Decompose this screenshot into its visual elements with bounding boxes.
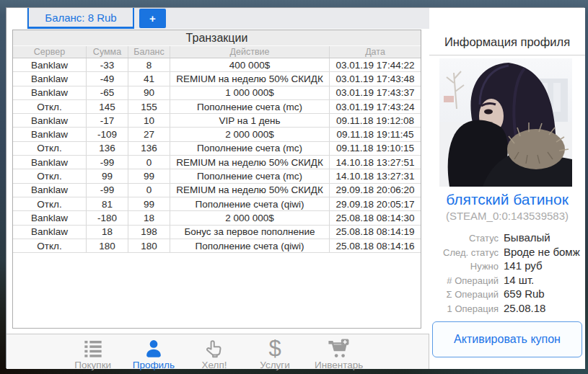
cell-date: 25.08.18 08:14:16: [330, 239, 421, 252]
stat-value: 141 руб: [504, 259, 543, 272]
stat-value: 659 Rub: [504, 288, 545, 300]
stat-operations-count: # Операций 14 шт.: [429, 274, 585, 288]
cell-action: VIP на 1 день: [170, 114, 330, 127]
cell-date: 03.01.19 17:43:48: [330, 72, 421, 85]
cell-sum: 18: [87, 226, 128, 239]
stat-next-status: След. статус Вроде не бомж: [429, 246, 585, 260]
stat-operations-sum: Σ Операций 659 Rub: [429, 288, 585, 302]
add-tab-button[interactable]: +: [139, 9, 166, 28]
stat-status: Статус Бывалый: [429, 231, 585, 246]
cell-balance: 136: [128, 142, 170, 155]
plus-icon: +: [149, 12, 156, 25]
cell-date: 09.11.18 19:12:08: [330, 114, 421, 127]
cell-sum: -180: [87, 211, 128, 224]
transactions-table: Транзакции Сервер Сумма Баланс Действие …: [12, 30, 421, 329]
table-row: Откл. 180 180 Пополнение счета (qiwi) 25…: [13, 239, 421, 253]
stat-label: 1 Операция: [429, 303, 504, 314]
stat-value: 14 шт.: [504, 274, 534, 286]
tab-balance[interactable]: Баланс: 8 Rub: [27, 8, 134, 29]
cell-action: REMIUM на неделю 50% СКИДК: [170, 72, 330, 85]
cell-balance: 41: [128, 72, 170, 85]
nav-item-services[interactable]: $ Услуги: [254, 338, 296, 370]
user-icon: [143, 338, 164, 360]
cell-balance: 198: [128, 226, 170, 239]
profile-name: блятский батинок: [429, 191, 585, 208]
cell-server: Banklaw: [13, 156, 87, 169]
cell-action: Пополнение счета (qiwi): [170, 239, 330, 252]
cell-action: 400 000$: [170, 58, 330, 71]
table-row: Banklaw -49 41 REMIUM на неделю 50% СКИД…: [13, 72, 421, 86]
cell-server: Откл.: [13, 197, 87, 210]
column-header-action: Действие: [170, 46, 330, 58]
cell-action: 1 000 000$: [170, 86, 330, 99]
column-header-balance: Баланс: [128, 46, 170, 58]
cell-server: Banklaw: [13, 184, 87, 197]
table-row: Banklaw 18 198 Бонус за первое пополнени…: [13, 226, 421, 239]
cell-server: Banklaw: [13, 86, 87, 99]
avatar: [439, 58, 572, 187]
list-icon: [82, 338, 104, 360]
stat-value: Бывалый: [504, 231, 550, 244]
nav-item-inventory[interactable]: Инвентарь: [315, 338, 363, 370]
column-header-server: Сервер: [13, 46, 87, 58]
cart-plus-icon: [328, 338, 351, 360]
cell-action: REMIUM на неделю 50% СКИДК: [170, 184, 330, 197]
tab-balance-label: Баланс: 8 Rub: [45, 12, 116, 24]
table-row: Откл. 99 99 Пополнение счета (mc) 14.10.…: [13, 169, 421, 183]
cell-balance: 99: [128, 197, 170, 210]
cell-sum: 136: [87, 142, 128, 155]
cell-sum: -109: [87, 128, 128, 141]
cell-server: Banklaw: [13, 211, 87, 224]
nav-label: Услуги: [260, 360, 290, 370]
nav-item-help[interactable]: Хелп!: [193, 338, 235, 370]
cell-date: 09.11.18 19:10:15: [330, 142, 421, 155]
profile-panel: Информация профиля: [429, 8, 585, 369]
stat-value: Вроде не бомж: [504, 246, 580, 258]
cell-date: 25.08.18 08:14:19: [330, 226, 421, 239]
cell-date: 29.09.18 20:05:17: [330, 197, 421, 210]
bottom-nav: Покупки Профиль Хелп!: [6, 334, 429, 369]
cell-action: REMIUM на неделю 50% СКИДК: [170, 156, 330, 169]
desktop-background: Баланс: 8 Rub + ✕ Транзакции Сервер Сумм…: [0, 0, 588, 374]
cell-server: Banklaw: [13, 58, 87, 71]
app-window: Баланс: 8 Rub + ✕ Транзакции Сервер Сумм…: [6, 7, 584, 368]
cell-action: Пополнение счета (mc): [170, 142, 330, 155]
dollar-icon: $: [268, 338, 281, 360]
cell-date: 03.01.19 17:43:24: [330, 100, 421, 113]
cell-balance: 180: [128, 239, 170, 252]
cell-server: Откл.: [13, 142, 87, 155]
cell-balance: 155: [128, 100, 170, 113]
cell-sum: -17: [87, 114, 128, 127]
nav-label: Хелп!: [202, 360, 227, 370]
table-row: Откл. 136 136 Пополнение счета (mc) 09.1…: [13, 142, 421, 156]
cell-date: 14.10.18 13:27:51: [330, 156, 421, 169]
cell-server: Banklaw: [13, 128, 87, 141]
cell-balance: 90: [128, 86, 170, 99]
table-row: Откл. 81 99 Пополнение счета (qiwi) 29.0…: [13, 197, 421, 211]
profile-stats: Статус Бывалый След. статус Вроде не бом…: [429, 231, 585, 316]
table-row: Откл. 145 155 Пополнение счета (mc) 03.0…: [13, 100, 421, 114]
profile-panel-title: Информация профиля: [429, 35, 585, 49]
cell-action: Пополнение счета (qiwi): [170, 197, 330, 210]
cell-action: Пополнение счета (mc): [170, 100, 330, 113]
activate-coupon-button[interactable]: Активировать купон: [432, 321, 582, 357]
nav-item-profile[interactable]: Профиль: [133, 338, 175, 370]
cell-action: 2 000 000$: [170, 211, 330, 224]
cell-server: Banklaw: [13, 226, 87, 239]
cell-server: Откл.: [13, 100, 87, 113]
stat-label: # Операций: [429, 275, 504, 286]
cell-action: Пополнение счета (mc): [170, 169, 330, 182]
table-row: Banklaw -99 0 REMIUM на неделю 50% СКИДК…: [13, 184, 421, 197]
steam-id: (STEAM_0:0:143539583): [429, 210, 585, 222]
table-row: Banklaw -17 10 VIP на 1 день 09.11.18 19…: [13, 114, 421, 128]
cell-server: Откл.: [13, 239, 87, 252]
stat-label: Статус: [429, 233, 504, 244]
cell-date: 29.09.18 20:06:20: [330, 184, 421, 197]
stat-label: Σ Операций: [429, 289, 504, 300]
cell-sum: -49: [87, 72, 128, 85]
cell-sum: 180: [87, 239, 128, 252]
cell-balance: 27: [128, 128, 170, 141]
nav-label: Инвентарь: [315, 360, 363, 370]
nav-item-purchases[interactable]: Покупки: [72, 338, 114, 370]
table-row: Banklaw -109 27 2 000 000$ 09.11.18 19:1…: [13, 128, 421, 141]
